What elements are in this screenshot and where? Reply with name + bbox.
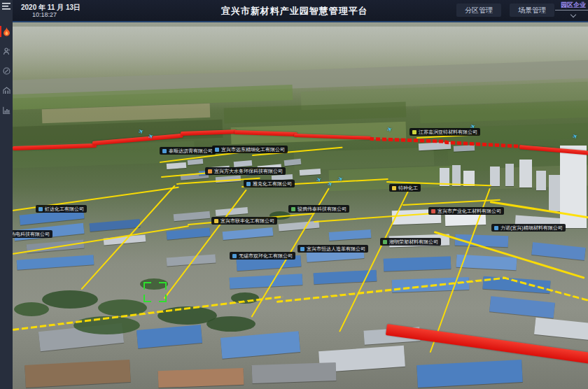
map-company-label[interactable]: 泰顺达沥青有限公司 [160,147,216,155]
selection-corner [144,295,151,302]
map-company-label[interactable]: 宜兴市联丰化工有限公司 [211,217,277,225]
map-building [384,256,451,271]
map-company-label[interactable]: 力诺(宜兴)精细材料有限公司 [491,224,566,232]
map-building [536,171,546,190]
company-label-text: 宜兴方大水务环保科技有限公司 [214,169,283,174]
sidebar-item-statistics[interactable] [0,102,13,118]
map-company-label[interactable]: 江苏嘉润亚特材料有限公司 [410,128,480,136]
tree-cluster [42,290,98,309]
company-marker-icon [232,254,237,258]
map-building [252,362,337,383]
company-label-text: 泰顺达沥青有限公司 [169,148,213,153]
map-company-label[interactable]: 国信园区热电科技有限公司 [13,230,52,238]
company-marker-icon [300,247,304,251]
map-company-label[interactable]: 虹达化工有限公司 [36,205,87,213]
map-building [416,360,522,388]
map-building [549,175,560,211]
map-company-label[interactable]: 无锡市双环化工有限公司 [230,252,295,260]
company-label-text: 宜兴市联丰化工有限公司 [220,218,274,223]
company-marker-icon [38,207,43,211]
company-marker-icon [214,219,218,223]
map-building [223,227,274,240]
map-building [167,162,186,169]
map-company-label[interactable]: 宜兴市恒达人造革有限公司 [298,245,368,253]
company-label-text: 特种化工 [398,185,418,190]
company-label-text: 骏腾伟泰科技有限公司 [298,206,346,211]
map-building [300,169,321,176]
map-company-label[interactable]: 特种化工 [389,184,421,192]
sidebar [0,0,13,389]
map-building [329,229,372,241]
menu-toggle-button[interactable] [0,0,13,13]
company-marker-icon [291,207,295,211]
company-marker-icon [383,240,387,244]
map-building [24,360,130,388]
map-building [220,331,300,359]
time-display: 10:18:27 [32,11,57,18]
map-company-label[interactable]: 宜兴方大水务环保科技有限公司 [205,167,286,175]
map-building [17,255,94,270]
selection-corner [159,295,167,302]
selection-target-box [144,282,167,302]
company-marker-icon [215,148,219,152]
company-marker-icon [246,182,251,186]
company-label-text: 宜兴市恒达人造革有限公司 [307,246,365,251]
company-label-text: 虹达化工有限公司 [45,206,84,211]
selection-corner [144,282,151,290]
map-company-label[interactable]: 潮明荣塑材料有限公司 [380,238,441,246]
company-marker-icon [162,149,167,153]
map-building [519,160,532,188]
gauge-icon [3,67,10,75]
map-building [167,227,211,239]
company-label-text: 潮明荣塑材料有限公司 [389,239,438,244]
map-company-label[interactable]: 雅克化工有限公司 [244,180,295,188]
bar-chart-icon [3,106,10,114]
map-building [188,159,204,165]
map-building [234,160,253,167]
sidebar-item-alarm[interactable] [0,43,13,59]
page-title: 宜兴市新材料产业园智慧管理平台 [221,5,368,17]
map-building [490,167,500,186]
company-label-text: 国信园区热电科技有限公司 [13,232,50,236]
selection-corner [159,282,167,290]
company-marker-icon [431,209,435,213]
company-label-text: 力诺(宜兴)精细材料有限公司 [500,225,563,230]
zone-management-button[interactable]: 分区管理 [456,3,501,17]
company-label-text: 江苏嘉润亚特材料有限公司 [419,129,477,134]
flame-icon [3,27,10,36]
company-label-text: 宜兴市远东精细化工有限公司 [221,147,285,152]
map-company-label[interactable]: 宜兴市远东精细化工有限公司 [212,146,288,153]
company-label-text: 宜兴市产业化工材料有限公司 [438,208,501,213]
map-building [230,274,303,288]
map-building [534,318,588,340]
sidebar-item-enterprise[interactable] [0,83,13,98]
map-building [531,242,585,260]
tree-cluster [14,302,49,316]
map-building [174,211,211,221]
road-outline-segment [80,185,175,290]
company-marker-icon [208,169,212,174]
park-enterprise-dropdown[interactable]: 园区企业 [553,1,588,20]
map-company-label[interactable]: 骏腾伟泰科技有限公司 [288,205,349,213]
factory-icon [3,87,10,94]
menu-icon [2,3,10,10]
map-building [136,325,202,348]
map-company-label[interactable]: 宜兴市产业化工材料有限公司 [428,207,504,215]
scene-management-button[interactable]: 场景管理 [510,3,554,17]
map-building [90,219,141,232]
app-window: 2020 年 11 月 13日 10:18:27 宜兴市新材料产业园智慧管理平台… [0,0,588,389]
company-marker-icon [494,226,498,230]
dropdown-underline [555,10,588,10]
map-building [489,296,555,318]
tree-cluster [206,316,255,332]
map-canvas[interactable]: ✈✈✈✈✈✈✈✈ 泰顺达沥青有限公司宜兴市远东精细化工有限公司宜兴方大水务环保科… [13,21,588,389]
company-marker-icon [412,130,416,134]
sidebar-item-monitor[interactable] [0,63,13,78]
top-header: 2020 年 11 月 13日 10:18:27 宜兴市新材料产业园智慧管理平台… [13,0,588,22]
company-marker-icon [392,186,396,190]
alarm-person-icon [3,48,10,55]
company-label-text: 无锡市双环化工有限公司 [239,253,293,258]
sidebar-item-fire[interactable] [0,24,13,39]
park-enterprise-dropdown-label: 园区企业 [553,1,588,10]
company-label-text: 雅克化工有限公司 [253,181,292,186]
